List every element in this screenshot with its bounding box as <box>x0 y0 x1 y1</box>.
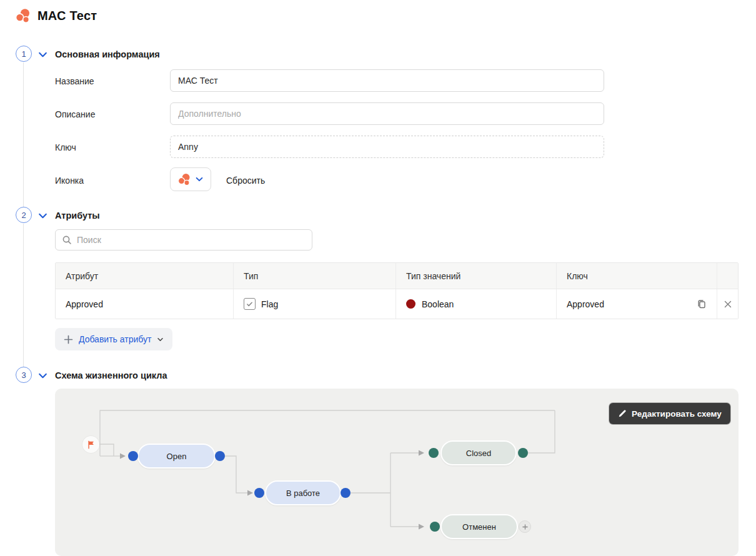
step-1-number: 1 <box>21 49 26 59</box>
section-3-title: Схема жизненного цикла <box>55 370 167 380</box>
icon-label: Иконка <box>55 176 84 186</box>
step-2-number: 2 <box>21 211 26 220</box>
cell-key: Approved <box>557 289 717 319</box>
cell-value-type[interactable]: Boolean <box>396 289 557 319</box>
edit-schema-button[interactable]: Редактировать схему <box>609 403 730 424</box>
reset-icon-link[interactable]: Сбросить <box>226 176 265 186</box>
cell-attribute[interactable]: Approved <box>56 289 234 319</box>
port-in-progress-out[interactable] <box>341 488 351 498</box>
flag-checkbox-icon <box>244 298 256 310</box>
section-2-collapse-chevron-icon[interactable] <box>37 211 48 221</box>
step-rail-line <box>23 224 24 367</box>
section-1-collapse-chevron-icon[interactable] <box>37 49 48 60</box>
name-label: Название <box>55 76 94 86</box>
cell-value-type-label: Boolean <box>422 299 454 309</box>
start-flag-node[interactable] <box>82 436 99 453</box>
copy-icon[interactable] <box>697 299 707 309</box>
header-value-type: Тип значений <box>396 263 557 289</box>
chevron-down-icon <box>195 175 204 184</box>
node-label: Open <box>167 452 187 461</box>
app-header: МАС Тест <box>15 7 97 24</box>
port-open-in[interactable] <box>128 451 138 461</box>
header-type: Тип <box>234 263 396 289</box>
attributes-table: Атрибут Тип Тип значений Ключ Approved F… <box>55 262 739 319</box>
description-label: Описание <box>55 109 95 119</box>
diagram-node-in-progress[interactable]: В работе <box>265 480 341 505</box>
node-label: Closed <box>466 449 491 458</box>
attributes-search-input[interactable] <box>77 235 306 245</box>
section-1-title: Основная информация <box>55 49 160 59</box>
step-1-badge: 1 <box>16 46 32 62</box>
diagram-node-open[interactable]: Open <box>137 444 216 469</box>
diagram-node-closed[interactable]: Closed <box>440 440 517 465</box>
header-attribute: Атрибут <box>56 263 234 289</box>
search-icon <box>62 235 72 245</box>
plus-icon <box>522 524 528 530</box>
section-3-collapse-chevron-icon[interactable] <box>37 370 48 381</box>
page: МАС Тест 1 Основная информация Название … <box>0 0 756 556</box>
cell-type[interactable]: Flag <box>234 289 396 319</box>
key-input[interactable] <box>170 136 604 158</box>
edit-schema-label: Редактировать схему <box>632 409 722 419</box>
name-input[interactable] <box>170 69 604 92</box>
add-transition-button[interactable] <box>519 520 531 533</box>
icon-picker-button[interactable] <box>170 167 211 191</box>
selected-icon-preview <box>177 172 192 187</box>
header-actions <box>717 263 738 289</box>
chevron-down-icon <box>157 336 164 343</box>
step-rail-line <box>23 62 24 207</box>
cell-type-label: Flag <box>261 299 278 309</box>
step-3-badge: 3 <box>16 367 32 383</box>
port-closed-in[interactable] <box>429 448 439 458</box>
remove-row-button[interactable] <box>717 289 738 319</box>
attributes-search <box>55 229 312 251</box>
boolean-dot-icon <box>406 299 415 309</box>
add-attribute-button[interactable]: Добавить атрибут <box>55 328 172 350</box>
page-title: МАС Тест <box>37 9 97 23</box>
add-attribute-label: Добавить атрибут <box>79 334 151 344</box>
node-label: Отменен <box>462 522 496 532</box>
section-2-title: Атрибуты <box>55 211 100 221</box>
app-logo-icon <box>15 7 32 24</box>
cell-key-label[interactable]: Approved <box>567 299 604 309</box>
key-label: Ключ <box>55 142 76 152</box>
description-input[interactable] <box>170 102 604 125</box>
step-3-number: 3 <box>21 370 26 380</box>
port-closed-out[interactable] <box>518 448 528 458</box>
header-key: Ключ <box>557 263 717 289</box>
table-header-row: Атрибут Тип Тип значений Ключ <box>56 263 738 289</box>
step-2-badge: 2 <box>16 207 32 223</box>
port-in-progress-in[interactable] <box>254 488 264 498</box>
pencil-icon <box>618 409 627 418</box>
node-label: В работе <box>286 489 320 498</box>
table-row: Approved Flag Boolean Approved <box>56 289 738 319</box>
lifecycle-canvas[interactable]: Редактировать схему Open В работе Closed… <box>55 389 739 556</box>
port-open-out[interactable] <box>215 451 225 461</box>
diagram-node-cancelled[interactable]: Отменен <box>440 514 518 539</box>
plus-icon <box>64 335 73 344</box>
port-cancelled-in[interactable] <box>430 522 440 532</box>
flag-icon <box>87 440 96 449</box>
close-icon <box>724 300 732 309</box>
